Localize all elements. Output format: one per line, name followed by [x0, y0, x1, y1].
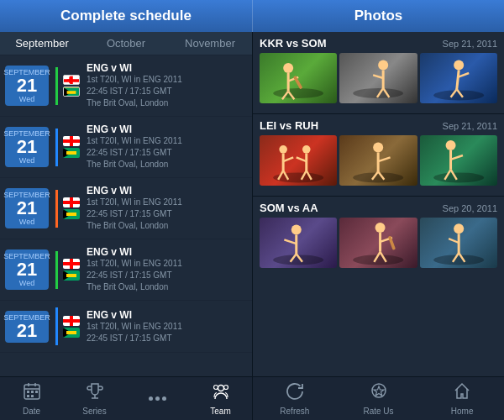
flag-windies: [63, 270, 80, 281]
nav-label-team: Team: [210, 407, 230, 416]
photo-section-header: LEI vs RUH Sep 21, 2011: [253, 114, 504, 135]
nav-label-refresh: Refresh: [280, 407, 309, 416]
svg-point-31: [283, 63, 293, 73]
tab-november[interactable]: November: [168, 32, 252, 55]
nav-item-home[interactable]: Home: [420, 377, 504, 420]
flag-windies: [63, 209, 80, 219]
flag-england: [63, 197, 80, 207]
photo-thumbnail[interactable]: [260, 218, 337, 268]
photo-row: [253, 135, 504, 192]
svg-rect-96: [31, 391, 34, 393]
svg-line-52: [283, 157, 293, 161]
match-flags: [63, 316, 80, 338]
nav-item-rate[interactable]: Rate Us: [337, 377, 421, 420]
svg-point-67: [445, 140, 455, 150]
match-flags: [63, 75, 80, 97]
table-row[interactable]: September 21 ENG v WI 1st T20I, WI in EN…: [0, 301, 252, 353]
header-title-right: Photos: [252, 0, 504, 32]
photo-section: SOM vs AA Sep 20, 2011: [253, 197, 504, 275]
photo-thumbnail[interactable]: [339, 135, 417, 186]
more-dots: [149, 391, 166, 407]
svg-rect-23: [66, 274, 76, 277]
table-row[interactable]: September 21 Wed ENG v WI 1st T20I, WI i…: [0, 239, 252, 301]
table-row[interactable]: September 21 Wed ENG v WI 1st T20I, WI i…: [0, 178, 252, 239]
accent-bar: [55, 129, 58, 166]
svg-rect-98: [27, 395, 29, 397]
tab-october[interactable]: October: [84, 32, 168, 55]
svg-marker-106: [374, 386, 384, 396]
nav-label-home: Home: [451, 407, 474, 416]
table-row[interactable]: September 21 Wed ENG v WI 1st T20I, WI i…: [0, 117, 252, 178]
match-flags: [63, 259, 80, 281]
tab-september[interactable]: September: [0, 32, 84, 55]
flag-england: [63, 259, 80, 269]
svg-point-61: [373, 142, 383, 152]
dot: [162, 396, 166, 401]
nav-item-series[interactable]: Series: [63, 377, 126, 420]
svg-line-40: [373, 75, 383, 78]
match-info: ENG v WI 1st T20I, WI in ENG 201122:45 I…: [87, 123, 247, 171]
schedule-list: September 21 Wed ENG v WI 1st T20I, WI i…: [0, 55, 252, 376]
photo-thumbnail[interactable]: [260, 135, 337, 186]
svg-line-63: [378, 157, 390, 161]
nav-right: Refresh Rate Us Home: [252, 377, 504, 420]
date-box: September 21 Wed: [5, 66, 49, 106]
svg-point-55: [302, 145, 311, 154]
photo-section-header: KKR vs SOM Sep 21, 2011: [253, 32, 504, 53]
nav-left: Date Series: [0, 377, 252, 420]
match-date: Sep 21, 2011: [443, 39, 497, 49]
svg-rect-8: [63, 139, 80, 143]
nav-item-date[interactable]: Date: [0, 377, 63, 420]
nav-label-series: Series: [82, 407, 106, 416]
flag-england: [63, 316, 80, 326]
star-icon: [370, 382, 388, 405]
nav-item-more[interactable]: [126, 377, 189, 420]
match-info: ENG v WI 1st T20I, WI in ENG 201122:45 I…: [87, 62, 247, 109]
photo-section-header: SOM vs AA Sep 20, 2011: [253, 197, 504, 218]
photo-thumbnail[interactable]: [420, 218, 497, 268]
nav-label-date: Date: [23, 407, 40, 416]
svg-rect-29: [66, 331, 76, 334]
svg-rect-1: [70, 76, 73, 85]
match-label: SOM vs AA: [260, 202, 318, 214]
svg-point-86: [454, 223, 464, 234]
photos-panel: KKR vs SOM Sep 21, 2011: [252, 32, 504, 376]
svg-rect-20: [63, 262, 80, 265]
nav-item-refresh[interactable]: Refresh: [253, 377, 337, 420]
svg-line-69: [450, 155, 462, 160]
photo-row: [253, 53, 504, 110]
home-icon: [453, 382, 471, 405]
flag-windies: [63, 148, 80, 158]
svg-line-88: [449, 239, 459, 243]
photo-thumbnail[interactable]: [260, 53, 337, 103]
nav-item-team[interactable]: Team: [189, 377, 252, 420]
photo-thumbnail[interactable]: [420, 53, 497, 103]
svg-rect-99: [31, 395, 34, 397]
main-content: September October November September 21 …: [0, 32, 504, 376]
svg-rect-97: [35, 391, 38, 393]
accent-bar: [55, 67, 58, 105]
svg-rect-2: [64, 79, 79, 82]
calendar-icon: [23, 382, 41, 405]
svg-line-75: [284, 239, 296, 244]
match-label: KKR vs SOM: [260, 37, 326, 50]
svg-point-85: [433, 255, 484, 265]
svg-rect-17: [66, 213, 76, 216]
svg-point-79: [375, 223, 386, 233]
match-info: ENG v WI 1st T20I, WI in ENG 201122:45 I…: [87, 185, 247, 232]
svg-rect-95: [27, 391, 29, 393]
accent-bar: [55, 190, 58, 228]
svg-rect-11: [66, 151, 76, 155]
svg-rect-14: [63, 201, 80, 204]
accent-bar: [55, 307, 58, 345]
match-label: LEI vs RUH: [260, 119, 318, 132]
photo-thumbnail[interactable]: [420, 135, 497, 186]
photo-thumbnail[interactable]: [339, 53, 417, 103]
team-icon: [212, 382, 230, 405]
table-row[interactable]: September 21 Wed ENG v WI 1st T20I, WI i…: [0, 55, 252, 117]
refresh-icon: [286, 382, 304, 405]
dot: [155, 396, 160, 401]
photo-thumbnail[interactable]: [339, 218, 417, 268]
match-date: Sep 21, 2011: [443, 121, 497, 131]
header-title-left: Complete schedule: [0, 0, 252, 32]
